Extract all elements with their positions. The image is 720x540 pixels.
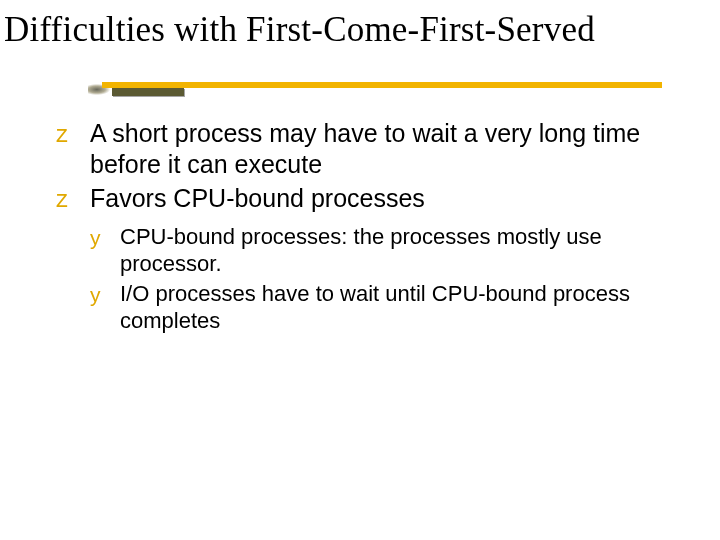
bullet-text: I/O processes have to wait until CPU-bou…	[120, 281, 630, 333]
underline-bar-long	[102, 82, 662, 88]
bullet-text: CPU-bound processes: the processes mostl…	[120, 224, 602, 276]
sub-list: CPU-bound processes: the processes mostl…	[56, 224, 678, 335]
list-item: A short process may have to wait a very …	[56, 118, 678, 179]
list-item: I/O processes have to wait until CPU-bou…	[90, 281, 678, 335]
title-underline	[24, 60, 694, 108]
bullet-text: Favors CPU-bound processes	[90, 184, 425, 212]
slide-title: Difficulties with First-Come-First-Serve…	[0, 0, 720, 56]
underline-bar-short	[112, 88, 184, 96]
slide: Difficulties with First-Come-First-Serve…	[0, 0, 720, 540]
list-item: Favors CPU-bound processes	[56, 183, 678, 214]
bullet-text: A short process may have to wait a very …	[90, 119, 640, 178]
list-item: CPU-bound processes: the processes mostl…	[90, 224, 678, 278]
content-area: A short process may have to wait a very …	[0, 118, 720, 335]
